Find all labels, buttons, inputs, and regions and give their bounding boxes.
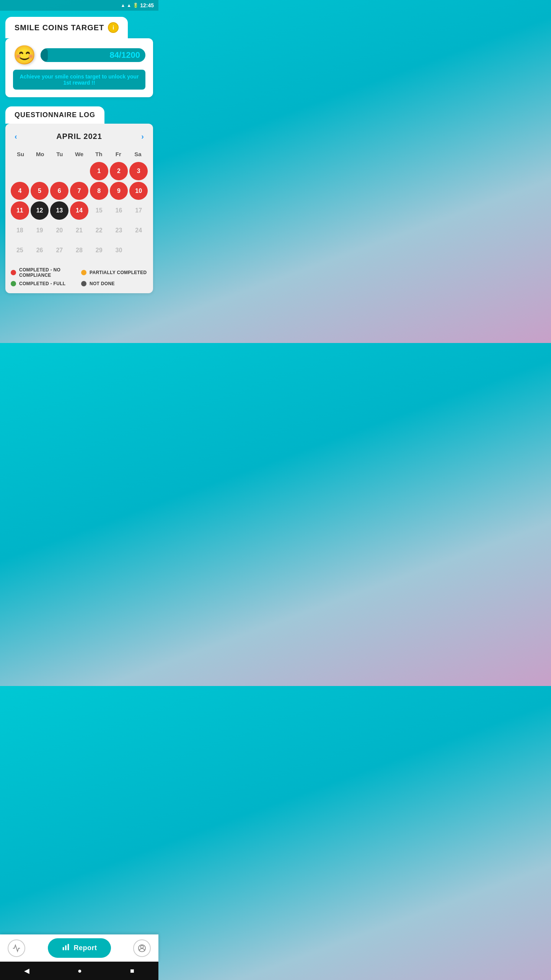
calendar-month-title: APRIL 2021: [56, 132, 102, 141]
calendar-day: [11, 162, 29, 180]
calendar-day[interactable]: 16: [110, 201, 128, 220]
calendar-day[interactable]: 28: [70, 241, 88, 260]
calendar-weekday: Mo: [30, 149, 50, 160]
reward-message: Achieve your smile coins target to unloc…: [13, 70, 145, 90]
calendar-day[interactable]: 4: [11, 182, 29, 200]
calendar-day: [50, 162, 68, 180]
calendar-weekday: Fr: [109, 149, 128, 160]
progress-row: 😊 84/1200: [13, 46, 145, 64]
calendar-weekday: Su: [11, 149, 30, 160]
calendar-day[interactable]: 19: [31, 221, 49, 240]
progress-text: 84/1200: [109, 50, 140, 60]
battery-icon: 🔋: [133, 3, 139, 8]
legend-dot: [81, 281, 86, 286]
calendar-day[interactable]: 10: [129, 182, 148, 200]
page-title: SMILE COINS TARGET: [15, 23, 104, 32]
calendar-nav: ‹ APRIL 2021 ›: [11, 131, 148, 142]
calendar-day[interactable]: 13: [50, 201, 68, 220]
calendar-day[interactable]: 8: [90, 182, 108, 200]
questionnaire-header: QUESTIONNAIRE LOG: [5, 106, 104, 124]
info-icon-button[interactable]: i: [108, 22, 119, 33]
calendar-day[interactable]: 18: [11, 221, 29, 240]
calendar-day[interactable]: 25: [11, 241, 29, 260]
status-time: 12:45: [140, 2, 154, 8]
calendar-day[interactable]: 17: [129, 201, 148, 220]
calendar-day: [31, 162, 49, 180]
calendar-day[interactable]: 11: [11, 201, 29, 220]
legend-dot: [81, 270, 86, 275]
status-bar: ▲ ▲ 🔋 12:45: [0, 0, 158, 11]
legend-item: COMPLETED - NO COMPLIANCE: [11, 267, 77, 278]
calendar-day[interactable]: 7: [70, 182, 88, 200]
legend-item: NOT DONE: [81, 281, 148, 286]
legend-label: NOT DONE: [90, 281, 115, 286]
calendar-day[interactable]: 23: [110, 221, 128, 240]
progress-bar-fill: [41, 48, 48, 62]
legend-label: COMPLETED - NO COMPLIANCE: [19, 267, 77, 278]
calendar-legend: COMPLETED - NO COMPLIANCEPARTIALLY COMPL…: [11, 267, 148, 286]
calendar-day[interactable]: 9: [110, 182, 128, 200]
calendar-weekday: Th: [89, 149, 109, 160]
calendar-day[interactable]: 14: [70, 201, 88, 220]
calendar-next-button[interactable]: ›: [137, 131, 148, 142]
calendar-days: 1234567891011121314151617181920212223242…: [11, 162, 148, 260]
calendar-day[interactable]: 27: [50, 241, 68, 260]
legend-label: PARTIALLY COMPLETED: [90, 270, 147, 275]
title-card: SMILE COINS TARGET i: [5, 17, 128, 38]
legend-label: COMPLETED - FULL: [19, 281, 65, 286]
calendar-day[interactable]: 30: [110, 241, 128, 260]
calendar-day[interactable]: 21: [70, 221, 88, 240]
legend-item: COMPLETED - FULL: [11, 281, 77, 286]
calendar-day[interactable]: 29: [90, 241, 108, 260]
calendar-day: [70, 162, 88, 180]
calendar-day[interactable]: 24: [129, 221, 148, 240]
calendar-day[interactable]: 6: [50, 182, 68, 200]
calendar-day[interactable]: 15: [90, 201, 108, 220]
calendar-day[interactable]: 5: [31, 182, 49, 200]
legend-dot: [11, 281, 16, 286]
calendar-day[interactable]: 2: [110, 162, 128, 180]
calendar-weekdays: SuMoTuWeThFrSa: [11, 149, 148, 160]
calendar-weekday: We: [69, 149, 89, 160]
legend-item: PARTIALLY COMPLETED: [81, 267, 148, 278]
calendar-day[interactable]: 22: [90, 221, 108, 240]
wifi-icon: ▲: [121, 3, 125, 8]
calendar-day[interactable]: 20: [50, 221, 68, 240]
calendar-day[interactable]: 26: [31, 241, 49, 260]
calendar-prev-button[interactable]: ‹: [11, 131, 21, 142]
progress-card: 😊 84/1200 Achieve your smile coins targe…: [5, 38, 153, 97]
status-icons: ▲ ▲ 🔋 12:45: [121, 2, 154, 8]
main-content: SMILE COINS TARGET i 😊 84/1200 Achieve y…: [0, 11, 158, 293]
progress-bar-container: 84/1200: [41, 48, 145, 62]
calendar-weekday: Tu: [50, 149, 69, 160]
coin-emoji: 😊: [13, 46, 36, 64]
questionnaire-title: QUESTIONNAIRE LOG: [15, 111, 95, 119]
calendar-card: ‹ APRIL 2021 › SuMoTuWeThFrSa 1234567891…: [5, 124, 153, 293]
legend-dot: [11, 270, 16, 275]
calendar-weekday: Sa: [128, 149, 148, 160]
calendar-day[interactable]: 12: [31, 201, 49, 220]
calendar-day[interactable]: 1: [90, 162, 108, 180]
calendar-day[interactable]: 3: [129, 162, 148, 180]
signal-icon: ▲: [127, 3, 131, 8]
